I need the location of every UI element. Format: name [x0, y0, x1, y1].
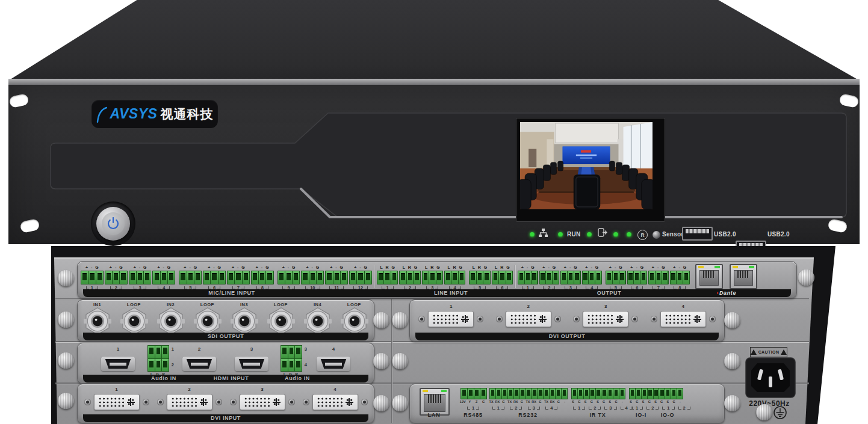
terminal-block: [277, 271, 300, 284]
output-channel: + - G 8: [669, 265, 691, 290]
dvi-input-title: DVI INPUT: [211, 415, 241, 421]
thumbscrew: [58, 352, 74, 369]
screw-hole: [651, 316, 657, 322]
screw-hole: [496, 316, 503, 322]
bnc-connector: IN1: [79, 302, 115, 335]
audio-ch-bottom: 2: [172, 362, 174, 367]
bnc-label: LOOP: [200, 302, 214, 307]
bnc-connector: LOOP: [336, 302, 372, 335]
bnc-label: LOOP: [127, 302, 141, 307]
thumbscrew: [798, 269, 814, 286]
terminal-block: [81, 271, 104, 284]
chassis-top-lid: [8, 0, 860, 81]
io-numbers: 1212: [629, 405, 677, 411]
network-icon: [538, 228, 548, 238]
dvi-connector: [230, 394, 295, 410]
dvi-port: 2: [153, 387, 226, 410]
card-divider-1: [374, 265, 374, 288]
screw-hole: [143, 399, 149, 405]
status-led-1: [587, 232, 592, 237]
thumbscrew: [373, 395, 389, 411]
card-divider-2: [515, 265, 515, 288]
screw-hole: [157, 399, 164, 405]
hdmi-number: 3: [234, 346, 269, 353]
power-button[interactable]: [102, 212, 125, 235]
terminal-block: [648, 271, 669, 284]
bnc-label: LOOP: [274, 302, 288, 307]
dvi-socket: [428, 311, 474, 327]
logo-swoosh-icon: [96, 105, 107, 123]
audio-in-title-1: Audio IN: [151, 375, 176, 381]
terminal-block: [444, 271, 465, 284]
dvi-port-number: 1: [115, 387, 117, 394]
audio-in-block-1: 1 2 L G R: [147, 345, 169, 376]
screw-hole: [215, 399, 222, 405]
bnc-connector: IN2: [153, 302, 188, 335]
output-channels: + - G 1 + - G 2 + - G 3 + - G 4 + - G 5: [517, 265, 690, 290]
link-led-yellow: [423, 390, 428, 392]
dvi-socket: [312, 394, 358, 410]
sdi-connector-row: IN1 LOOP: [79, 302, 373, 335]
dante-logo: ◖Dante: [716, 290, 736, 296]
terminal-block: [422, 271, 443, 284]
mic-channel: + - G 10: [300, 265, 324, 290]
screw-hole: [631, 316, 638, 322]
audio-terminal: [281, 345, 302, 372]
dante-port-1: [695, 264, 723, 289]
pin-labels: + - G: [226, 265, 250, 271]
terminal-block: [227, 271, 250, 284]
dvi-output-title: DVI OUTPUT: [549, 333, 586, 339]
pin-labels: + - G: [581, 265, 603, 271]
screw-hole: [418, 316, 425, 322]
lcd-preview-screen: [516, 118, 665, 222]
link-led-yellow: [733, 266, 738, 268]
terminal-block: [325, 271, 348, 284]
bnc-icon: [230, 307, 259, 335]
rs485-label: RS485: [463, 412, 483, 418]
pin-labels: + - G: [648, 265, 669, 271]
hdmi-card-strip: Audio IN HDMI INPUT Audio IN: [83, 375, 368, 383]
audio-card-strip: MIC/LINE INPUT LINE INPUT OUTPUT ◖Dante: [83, 289, 791, 297]
thumbscrew: [392, 353, 408, 369]
dvi-port: 2: [492, 304, 565, 327]
terminal-block: [539, 271, 560, 284]
screw-hole: [709, 316, 716, 322]
screw-hole: [303, 399, 309, 405]
conference-room-image: [520, 122, 653, 209]
hdmi-number: 4: [316, 346, 351, 353]
bnc-icon: [83, 307, 112, 335]
dvi-socket: [94, 394, 140, 410]
ir-tx-pin-labels: SGSGSGSG-: [570, 400, 625, 404]
thumbscrew: [724, 395, 740, 411]
device-photo: AVSYS 视通科技: [0, 0, 868, 424]
line-channel: L R G 1: [376, 265, 398, 290]
mic-line-input-title: MIC/LINE INPUT: [208, 290, 255, 296]
output-channel: + - G 6: [627, 265, 648, 290]
terminal-block: [179, 271, 202, 284]
thumbscrew-power: [756, 404, 772, 420]
output-channel: + - G 7: [648, 265, 669, 290]
dvi-port: 1: [415, 304, 487, 327]
dvi-connector: [157, 394, 222, 410]
dvi-port-number: 4: [682, 304, 684, 311]
terminal-block: [105, 271, 128, 284]
ground-symbol: [773, 405, 787, 420]
mic-channel: + - G 7: [226, 265, 250, 290]
rj45-opening: [699, 270, 719, 286]
ir-tx-label: IR TX: [589, 412, 606, 418]
hdmi-port-4: 4: [316, 346, 351, 371]
dvi-port-number: 2: [527, 304, 530, 311]
terminal-block: [399, 271, 420, 284]
mic-channel: + - G 6: [202, 265, 226, 290]
mic-channel: + - G 4: [152, 265, 176, 290]
terminal-block: [152, 271, 175, 284]
hdmi-port-2: 2: [182, 346, 217, 371]
bnc-label: IN2: [167, 302, 175, 307]
pin-labels: + - G: [80, 265, 104, 271]
output-channel: + - G 2: [539, 265, 560, 290]
terminal-block: [582, 271, 603, 284]
dvi-port-number: 1: [450, 304, 452, 311]
bnc-label: LOOP: [347, 302, 361, 307]
line-channel: L R G 3: [421, 265, 444, 290]
brand-logo-plate: AVSYS 视通科技: [91, 100, 218, 128]
